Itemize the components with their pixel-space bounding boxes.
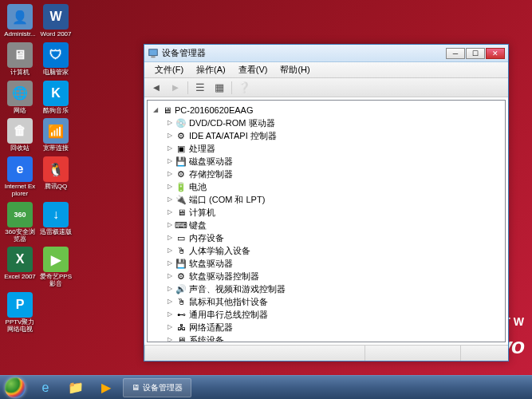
- tree-category-node[interactable]: ▷🖧网络适配器: [165, 321, 503, 334]
- category-icon: ⊷: [175, 309, 187, 320]
- help-button[interactable]: ❔: [235, 80, 253, 96]
- app-icon: ▶: [43, 247, 69, 272]
- tree-category-node[interactable]: ▷🖱鼠标和其他指针设备: [165, 295, 503, 308]
- pinned-ie[interactable]: e: [30, 376, 61, 400]
- app-icon: 🌐: [7, 81, 33, 106]
- expand-icon[interactable]: ▷: [165, 157, 174, 166]
- show-hidden-button[interactable]: ☰: [191, 80, 209, 96]
- desktop-icon[interactable]: WWord 2007: [40, 4, 72, 38]
- desktop-icon[interactable]: K酷狗音乐: [40, 81, 72, 115]
- forward-button[interactable]: ►: [167, 80, 184, 96]
- expand-icon[interactable]: ▷: [165, 208, 174, 217]
- category-label: 端口 (COM 和 LPT): [189, 193, 265, 206]
- desktop-icon[interactable]: 🗑回收站: [4, 118, 36, 152]
- category-icon: 🔌: [175, 194, 187, 205]
- window-title: 设备管理器: [162, 47, 446, 59]
- tree-category-node[interactable]: ▷💿DVD/CD-ROM 驱动器: [165, 117, 503, 129]
- desktop: 👤Administr...WWord 2007🖥计算机🛡电脑管家🌐网络K酷狗音乐…: [0, 0, 532, 399]
- desktop-icon[interactable]: 🛡电脑管家: [40, 42, 72, 77]
- collapse-icon[interactable]: ◢: [151, 106, 160, 115]
- device-manager-window: 设备管理器 ─ ☐ ✕ 文件(F)操作(A)查看(V)帮助(H) ◄ ► ☰ ▦…: [144, 44, 509, 361]
- tree-category-node[interactable]: ▷▣处理器: [165, 142, 503, 155]
- icon-label: 爱奇艺PPS影音: [40, 274, 72, 288]
- desktop-icon[interactable]: 🐧腾讯QQ: [40, 156, 72, 198]
- desktop-icon[interactable]: 360360安全浏览器: [4, 202, 36, 243]
- expand-icon[interactable]: ▷: [165, 170, 174, 179]
- expand-icon[interactable]: ▷: [165, 336, 174, 343]
- menu-item[interactable]: 帮助(H): [274, 62, 316, 77]
- desktop-icon[interactable]: PPPTV聚力 网络电视: [4, 292, 36, 334]
- maximize-button[interactable]: ☐: [466, 48, 485, 59]
- expand-icon[interactable]: ▷: [165, 272, 174, 281]
- category-label: 存储控制器: [189, 168, 233, 180]
- expand-icon[interactable]: ▷: [165, 310, 174, 319]
- root-label: PC-20160620EAAG: [175, 104, 253, 117]
- icon-label: 网络: [14, 108, 26, 115]
- expand-icon[interactable]: ▷: [165, 221, 174, 230]
- desktop-icon[interactable]: ▶爱奇艺PPS影音: [40, 247, 72, 288]
- app-icon: 🖥: [7, 42, 33, 68]
- tree-category-node[interactable]: ▷🖱人体学输入设备: [165, 244, 503, 257]
- desktop-icon[interactable]: 📶宽带连接: [40, 118, 72, 152]
- pinned-media[interactable]: ▶: [91, 376, 121, 400]
- app-icon: e: [7, 156, 33, 182]
- minimize-button[interactable]: ─: [446, 48, 465, 59]
- tree-category-node[interactable]: ▷🖥计算机: [165, 206, 503, 219]
- tree-category-node[interactable]: ▷💾磁盘驱动器: [165, 155, 503, 168]
- expand-icon[interactable]: ▷: [165, 298, 174, 306]
- tree-category-node[interactable]: ▷🔌端口 (COM 和 LPT): [165, 193, 503, 206]
- desktop-icon[interactable]: 👤Administr...: [4, 4, 36, 38]
- icon-label: 回收站: [10, 145, 30, 152]
- start-button[interactable]: [0, 376, 30, 400]
- tree-category-node[interactable]: ▷⚙IDE ATA/ATAPI 控制器: [165, 129, 503, 142]
- expand-icon[interactable]: ▷: [165, 196, 174, 204]
- desktop-icon[interactable]: 🌐网络: [4, 81, 36, 115]
- expand-icon[interactable]: ▷: [165, 183, 174, 192]
- expand-icon[interactable]: ▷: [165, 285, 174, 294]
- tree-root-node[interactable]: ◢ 🖥 PC-20160620EAAG: [151, 104, 503, 117]
- expand-icon[interactable]: ▷: [165, 234, 174, 243]
- desktop-icon[interactable]: ↓迅雷极速版: [40, 202, 72, 243]
- desktop-icon[interactable]: XExcel 2007: [4, 247, 36, 288]
- category-icon: ⚙: [175, 271, 187, 282]
- titlebar[interactable]: 设备管理器 ─ ☐ ✕: [144, 45, 508, 62]
- expand-icon[interactable]: ▷: [165, 247, 174, 255]
- category-label: IDE ATA/ATAPI 控制器: [189, 129, 277, 142]
- expand-icon[interactable]: ▷: [165, 132, 174, 140]
- menu-item[interactable]: 操作(A): [190, 62, 232, 77]
- back-button[interactable]: ◄: [148, 80, 165, 96]
- tree-category-node[interactable]: ▷🖥系统设备: [165, 334, 503, 342]
- app-icon: 📶: [43, 118, 69, 144]
- tree-category-node[interactable]: ▷🔊声音、视频和游戏控制器: [165, 282, 503, 295]
- menu-item[interactable]: 文件(F): [148, 62, 190, 77]
- category-icon: ⚙: [175, 168, 187, 180]
- expand-icon[interactable]: ▷: [165, 144, 174, 153]
- desktop-icon[interactable]: eInternet Explorer: [4, 156, 36, 198]
- tree-category-node[interactable]: ▷⚙存储控制器: [165, 168, 503, 180]
- tree-category-node[interactable]: ▷⌨键盘: [165, 219, 503, 231]
- category-icon: ⌨: [175, 219, 187, 231]
- icon-label: 宽带连接: [43, 145, 69, 152]
- tree-category-node[interactable]: ▷⊷通用串行总线控制器: [165, 308, 503, 321]
- menu-item[interactable]: 查看(V): [232, 62, 274, 77]
- taskbar-device-manager[interactable]: 🖥 设备管理器: [123, 378, 191, 397]
- properties-button[interactable]: ▦: [211, 80, 228, 96]
- tree-category-node[interactable]: ▷🔋电池: [165, 180, 503, 193]
- desktop-icon[interactable]: 🖥计算机: [4, 42, 36, 77]
- expand-icon[interactable]: ▷: [165, 259, 174, 268]
- tree-category-node[interactable]: ▷⚙软盘驱动器控制器: [165, 270, 503, 282]
- app-icon: 360: [7, 202, 33, 227]
- app-icon: X: [7, 247, 33, 272]
- icon-label: Administr...: [4, 31, 36, 38]
- expand-icon[interactable]: ▷: [165, 119, 174, 128]
- category-label: 人体学输入设备: [189, 244, 250, 257]
- device-tree[interactable]: ◢ 🖥 PC-20160620EAAG ▷💿DVD/CD-ROM 驱动器▷⚙ID…: [147, 100, 506, 342]
- app-icon: 👤: [7, 4, 33, 30]
- task-label: 设备管理器: [143, 382, 183, 393]
- close-button[interactable]: ✕: [486, 48, 505, 59]
- pinned-explorer[interactable]: 📁: [61, 376, 91, 400]
- tree-category-node[interactable]: ▷💾软盘驱动器: [165, 257, 503, 270]
- expand-icon[interactable]: ▷: [165, 323, 174, 332]
- category-icon: ⚙: [175, 130, 187, 141]
- tree-category-node[interactable]: ▷▭内存设备: [165, 231, 503, 244]
